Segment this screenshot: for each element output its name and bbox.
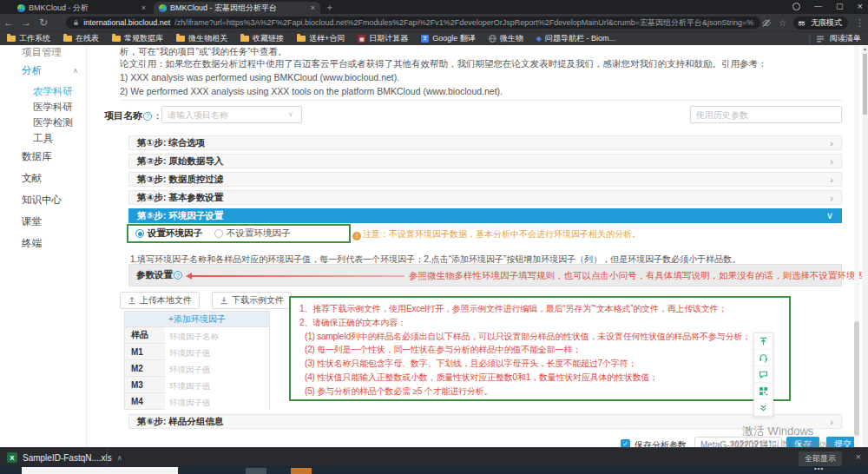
usage-notes-box: 1、推荐下载示例文件，使用Excel打开，参照示例文件进行编辑，最后“另存为”“… [289,296,791,401]
save-params-label: 保存分析参数 [635,439,687,447]
scrollbar-thumb[interactable] [854,321,859,436]
taskbar-window-preview[interactable] [22,467,178,474]
downloaded-file-chip[interactable]: X SampleID-FastqN....xls ∧ [7,451,122,464]
tab-close-icon[interactable]: × [311,3,315,12]
reload-icon[interactable]: ↻ [35,16,52,29]
env-factor-value-input[interactable] [165,362,269,378]
collapse-icon[interactable] [754,399,773,416]
taskbar-app-tile[interactable] [291,468,312,474]
chevron-right-icon: › [830,193,833,203]
step-5-header[interactable]: 第⑤步: 环境因子设置∨ [128,208,842,223]
qr-code-icon[interactable] [754,383,773,399]
bookmark-item[interactable]: 文Google 翻译 [421,33,476,44]
scrollbar-thumb[interactable] [863,54,867,115]
back-to-top-icon[interactable] [754,333,773,350]
bookmark-item[interactable]: 收藏链接 [240,33,284,44]
step-6-header[interactable]: 第⑥步: 样品分组信息› [128,414,842,429]
close-window-icon[interactable]: × [858,1,863,11]
note-line: 2、请确保正确的文本内容： [299,316,780,330]
sidebar-item-terminal[interactable]: 终端 [22,237,42,250]
browser-tab-2[interactable]: BMKCloud - 宏基因组分析平台 × [154,2,320,14]
folder-icon [63,36,72,42]
download-sample-file-button[interactable]: 下载示例文件 [212,292,292,309]
bookmark-item[interactable]: 送样+合同 [297,33,345,44]
env-factor-name-input[interactable] [165,329,269,345]
step-3-header[interactable]: 第③步: 数据质控过滤› [128,172,842,187]
bookmark-item[interactable]: 微生物 [489,33,523,44]
taskbar-overflow-icon[interactable]: ••• [814,464,824,472]
bookmark-item[interactable]: 常规数据库 [112,33,163,44]
lock-icon [73,18,79,27]
bookmark-item[interactable]: 微生物相关 [176,33,227,44]
step-1-header[interactable]: 第①步: 综合选项› [128,135,842,150]
sidebar-item-project-mgmt[interactable]: 项目管理 [22,46,62,59]
step-2-header[interactable]: 第②步: 原始数据导入› [128,154,842,168]
browser-scrollbar[interactable]: ▲ [862,45,868,447]
chevron-right-icon: › [830,174,833,185]
sidebar-item-agri-research[interactable]: 农学科研 [33,85,73,98]
row-label: M1 [125,344,165,359]
history-params-input[interactable] [690,106,842,123]
save-button[interactable]: 保存 [786,437,819,447]
customer-service-icon[interactable] [754,350,773,366]
new-tab-icon[interactable]: ＋ [325,1,334,14]
eye-blocked-icon[interactable] [761,18,772,28]
bookmark-item[interactable]: 工作系统 [7,33,50,44]
download-icon [220,296,228,305]
sidebar-item-literature[interactable]: 文献 [22,172,42,185]
incognito-avatar-icon [796,17,807,29]
env-factor-radio-group: 设置环境因子 不设置环境因子 [127,224,351,243]
maximize-icon[interactable]: ▢ [836,2,844,10]
chevron-up-icon[interactable]: ∧ [117,454,122,462]
note-line: (3) 性状名称只能包含字母、数字、下划线，且必须以字母开头，长度不能超过7个字… [299,357,780,371]
url-path: /zh/iframe?url=https%3A%2F%2Fapi.bioclou… [174,17,753,29]
sidebar-item-analysis[interactable]: 分析 [22,64,42,77]
radio-set-env-factor[interactable]: 设置环境因子 [135,227,202,240]
folder-icon [240,36,249,42]
row-label: M2 [125,360,165,376]
citation-note: 论文引用：如果您在数据分析过程中使用了百迈客云平台或者获得了其他有效帮助，我们期… [120,58,767,70]
capture-tool-icon[interactable] [792,3,800,10]
save-params-checkbox[interactable]: ✓ [621,439,630,447]
help-icon[interactable]: ? [143,112,152,121]
close-shelf-icon[interactable]: × [856,451,861,462]
step-4-header[interactable]: 第④步: 基本参数设置› [128,190,842,205]
content-scrollbar[interactable] [854,45,859,447]
sidebar: 项目管理 分析 ∧ 农学科研 医学科研 医学检测 工具 数据库 文献 知识中心 … [0,45,87,447]
bookmark-item[interactable]: ◆问题导航栏 - Biom... [536,33,615,44]
param-name-input[interactable] [694,437,782,447]
chat-icon[interactable] [754,366,773,383]
scroll-up-icon[interactable]: ▲ [863,46,867,51]
sidebar-item-knowledge[interactable]: 知识中心 [22,194,62,207]
sidebar-item-classroom[interactable]: 课堂 [22,215,42,228]
address-bar[interactable]: international.biocloud.net /zh/iframe?ur… [66,16,760,29]
tab-close-icon[interactable]: × [141,3,146,12]
sidebar-item-medical-research[interactable]: 医学科研 [33,101,73,114]
env-factor-value-input[interactable] [165,379,269,394]
bookmark-star-icon[interactable]: ☆ [779,18,786,28]
back-icon[interactable]: ← [0,16,17,29]
chevron-right-icon: › [830,138,833,148]
env-factor-value-input[interactable] [165,395,269,411]
sidebar-item-medical-test[interactable]: 医学检测 [33,116,73,129]
forward-icon[interactable]: → [17,16,35,29]
note-line: (4) 性状值只能输入正整数或小数，质量性状对应正整数0和1，数量性状对应具体的… [299,371,780,385]
taskbar-app-tile[interactable] [246,468,266,474]
sidebar-item-database[interactable]: 数据库 [22,150,52,163]
radio-unset-env-factor[interactable]: 不设置环境因子 [214,227,291,240]
sidebar-item-tools[interactable]: 工具 [33,132,53,145]
separator [107,448,108,467]
minimize-icon[interactable]: — [814,2,822,10]
chevron-right-icon: › [830,156,833,167]
project-name-input[interactable] [161,106,302,123]
bookmark-item[interactable]: ▦日期计算器 [358,33,408,44]
browser-tab-1[interactable]: BMKCloud - 分析 × [12,2,151,14]
upload-local-file-button[interactable]: 上传本地文件 [120,292,200,309]
env-factor-value-input[interactable] [165,346,269,361]
reading-list-label[interactable]: 阅读清单 [830,33,861,44]
help-icon[interactable]: ? [174,271,182,280]
bookmark-item[interactable]: 在线表 [63,33,99,44]
add-env-factor-button[interactable]: +添加环境因子 [125,312,269,326]
menu-kebab-icon[interactable]: ⋮ [855,17,865,29]
incognito-badge[interactable]: 无痕模式 [793,16,848,30]
